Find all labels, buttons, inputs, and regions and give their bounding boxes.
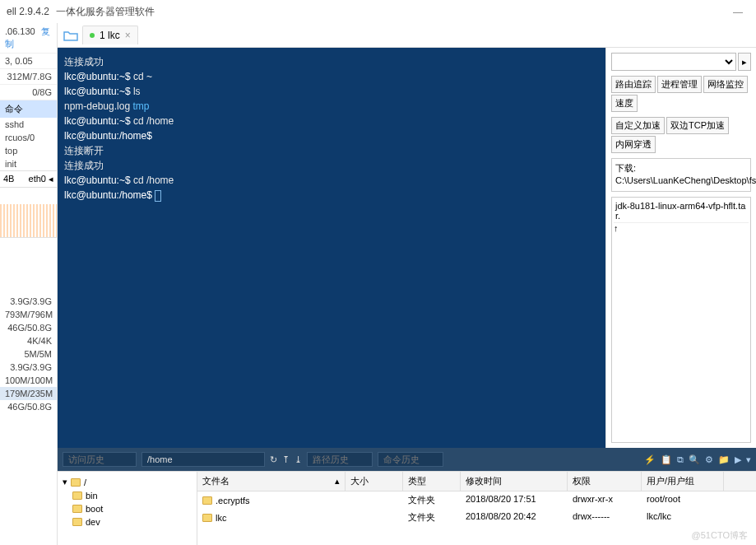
path-input[interactable] (141, 452, 265, 467)
terminal[interactable]: 连接成功lkc@ubuntu:~$ cd ~lkc@ubuntu:~$ lsnp… (58, 48, 605, 448)
sidebar-mem1: 312M/7.8G (0, 69, 57, 85)
tool-dropdown[interactable] (611, 53, 736, 71)
col-name[interactable]: 文件名 ▴ (197, 472, 346, 491)
col-perm[interactable]: 权限 (568, 472, 642, 491)
tool-button[interactable]: 内网穿透 (611, 136, 656, 153)
sidebar-stat: 46G/50.8G (0, 321, 57, 334)
sidebar-process[interactable]: init (0, 157, 57, 170)
open-folder-icon[interactable] (63, 28, 79, 43)
sidebar-stat: 100M/100M (0, 374, 57, 387)
download-info: 下载: C:\Users\LuanKeCheng\Desktop\fsdownl… (611, 158, 751, 192)
refresh-icon[interactable]: ↻ (270, 454, 277, 465)
tab-bar: 1 lkc × (58, 23, 756, 48)
transfer-file[interactable]: jdk-8u181-linux-arm64-vfp-hflt.tar. (614, 199, 749, 223)
app-subtitle: 一体化服务器管理软件 (56, 5, 155, 19)
sidebar-process[interactable]: top (0, 144, 57, 157)
table-row[interactable]: .ecryptfs文件夹2018/08/20 17:51drwxr-xr-xro… (197, 491, 756, 509)
sidebar-graph2 (0, 237, 57, 295)
file-list: 文件名 ▴ 大小 类型 修改时间 权限 用户/用户组 .ecryptfs文件夹2… (197, 472, 756, 545)
transfer-list: jdk-8u181-linux-arm64-vfp-hflt.tar. ↑ (611, 197, 751, 443)
tab-label: 1 lkc (100, 30, 120, 41)
sidebar-process[interactable]: rcuos/0 (0, 131, 57, 144)
upload-icon[interactable]: ⤒ (282, 454, 290, 465)
sidebar-cmd-header: 命令 (0, 100, 57, 118)
sidebar-mem2: 0/8G (0, 85, 57, 100)
clipboard-icon[interactable]: 📋 (661, 454, 672, 465)
tab-session[interactable]: 1 lkc × (82, 26, 138, 44)
tree-node[interactable]: bin (61, 489, 193, 502)
upload-arrow-icon: ↑ (614, 223, 749, 233)
search-icon[interactable]: 🔍 (689, 454, 700, 465)
cmd-history-input[interactable] (378, 452, 443, 467)
col-mtime[interactable]: 修改时间 (461, 472, 568, 491)
col-size[interactable]: 大小 (346, 472, 403, 491)
tool-button[interactable]: 双边TCP加速 (666, 117, 729, 134)
copy-icon[interactable]: ⧉ (677, 454, 684, 465)
bolt-icon[interactable]: ⚡ (644, 454, 656, 465)
sidebar: .06.130 复制 3, 0.05 312M/7.8G 0/8G 命令 ssh… (0, 23, 58, 545)
titlebar: ell 2.9.4.2 一体化服务器管理软件 — (0, 0, 756, 23)
status-dot-icon (90, 33, 95, 38)
path-history-input[interactable] (307, 452, 373, 467)
play-icon[interactable]: ▶ (735, 454, 741, 465)
col-type[interactable]: 类型 (403, 472, 461, 491)
sidebar-stat: 3.9G/3.9G (0, 361, 57, 374)
table-row[interactable]: lkc文件夹2018/08/20 20:42drwx------lkc/lkc (197, 509, 756, 526)
chevron-down-icon[interactable]: ▾ (746, 454, 751, 465)
app-version: ell 2.9.4.2 (7, 6, 49, 17)
file-browser: ▾/binbootdev 文件名 ▴ 大小 类型 修改时间 权限 用户/用户组 … (58, 471, 756, 545)
file-tree[interactable]: ▾/binbootdev (58, 472, 197, 545)
col-owner[interactable]: 用户/用户组 (642, 472, 724, 491)
tool-button[interactable]: 速度 (611, 95, 638, 112)
close-icon[interactable]: × (125, 30, 131, 41)
visit-history-input[interactable] (63, 452, 137, 467)
tool-button[interactable]: 自定义加速 (611, 117, 665, 134)
sidebar-stat: 46G/50.8G (0, 400, 57, 413)
sidebar-eth: 4B eth0 ◂ (0, 170, 57, 188)
sidebar-stat: 3.9G/3.9G (0, 295, 57, 308)
sidebar-stats: 3.9G/3.9G793M/796M46G/50.8G4K/4K5M/5M3.9… (0, 295, 57, 413)
tree-node[interactable]: ▾/ (61, 475, 193, 489)
minimize-icon[interactable]: — (733, 7, 743, 18)
watermark: @51CTO博客 (692, 529, 748, 542)
sidebar-stat: 793M/796M (0, 308, 57, 321)
tree-node[interactable]: dev (61, 515, 193, 529)
sidebar-stat: 5M/5M (0, 347, 57, 361)
sidebar-loadavg: 3, 0.05 (0, 54, 57, 69)
sidebar-graph1 (0, 188, 57, 237)
status-bar: ↻ ⤒ ⤓ ⚡ 📋 ⧉ 🔍 ⚙ 📁 ▶ ▾ (58, 448, 756, 471)
tool-button[interactable]: 网络监控 (703, 76, 748, 93)
tool-button[interactable]: 路由追踪 (611, 76, 656, 93)
download-icon[interactable]: ⤓ (295, 454, 302, 465)
tool-go-button[interactable]: ▸ (738, 53, 751, 71)
gear-icon[interactable]: ⚙ (705, 454, 713, 465)
sidebar-stat: 179M/235M (0, 387, 57, 400)
sidebar-ip: .06.130 复制 (0, 23, 57, 54)
sidebar-stat: 4K/4K (0, 334, 57, 347)
folder-icon[interactable]: 📁 (718, 454, 730, 465)
tool-button[interactable]: 进程管理 (657, 76, 702, 93)
right-panel: ▸ 路由追踪进程管理网络监控速度 自定义加速双边TCP加速内网穿透 下载: C:… (605, 48, 756, 448)
tree-node[interactable]: boot (61, 502, 193, 515)
sidebar-process[interactable]: sshd (0, 118, 57, 131)
